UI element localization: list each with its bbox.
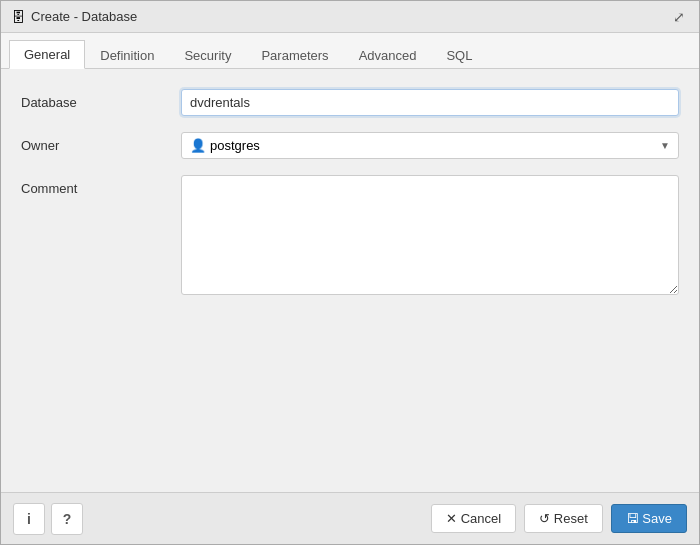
tab-sql[interactable]: SQL <box>431 41 487 69</box>
tab-security[interactable]: Security <box>169 41 246 69</box>
owner-value: postgres <box>210 138 260 153</box>
title-bar: 🗄 Create - Database ⤢ <box>1 1 699 33</box>
owner-select[interactable]: 👤 postgres ▼ <box>181 132 679 159</box>
comment-field <box>181 175 679 298</box>
tab-parameters[interactable]: Parameters <box>246 41 343 69</box>
reset-button[interactable]: ↺ Reset <box>524 504 603 533</box>
title-bar-left: 🗄 Create - Database <box>11 9 137 25</box>
comment-row: Comment <box>21 175 679 298</box>
tab-advanced[interactable]: Advanced <box>344 41 432 69</box>
database-input[interactable] <box>181 89 679 116</box>
title-bar-right: ⤢ <box>669 7 689 27</box>
dialog-title: Create - Database <box>31 9 137 24</box>
owner-row: Owner 👤 postgres ▼ <box>21 132 679 159</box>
tab-bar: General Definition Security Parameters A… <box>1 33 699 69</box>
owner-display: 👤 postgres <box>190 138 660 153</box>
footer: i ? ✕ Cancel ↺ Reset 🖫 Save <box>1 492 699 544</box>
owner-label: Owner <box>21 132 181 153</box>
owner-field: 👤 postgres ▼ <box>181 132 679 159</box>
user-icon: 👤 <box>190 138 206 153</box>
form-content: Database Owner 👤 postgres ▼ <box>1 69 699 492</box>
footer-right: ✕ Cancel ↺ Reset 🖫 Save <box>431 504 687 533</box>
comment-textarea[interactable] <box>181 175 679 295</box>
database-row: Database <box>21 89 679 116</box>
help-button[interactable]: ? <box>51 503 83 535</box>
footer-left: i ? <box>13 503 83 535</box>
database-field <box>181 89 679 116</box>
cancel-button[interactable]: ✕ Cancel <box>431 504 516 533</box>
database-label: Database <box>21 89 181 110</box>
tab-definition[interactable]: Definition <box>85 41 169 69</box>
save-button[interactable]: 🖫 Save <box>611 504 687 533</box>
info-button[interactable]: i <box>13 503 45 535</box>
owner-select-wrapper: 👤 postgres ▼ <box>181 132 679 159</box>
database-icon: 🗄 <box>11 9 25 25</box>
expand-button[interactable]: ⤢ <box>669 7 689 27</box>
create-database-dialog: 🗄 Create - Database ⤢ General Definition… <box>0 0 700 545</box>
chevron-down-icon: ▼ <box>660 140 670 151</box>
tab-general[interactable]: General <box>9 40 85 69</box>
comment-label: Comment <box>21 175 181 196</box>
